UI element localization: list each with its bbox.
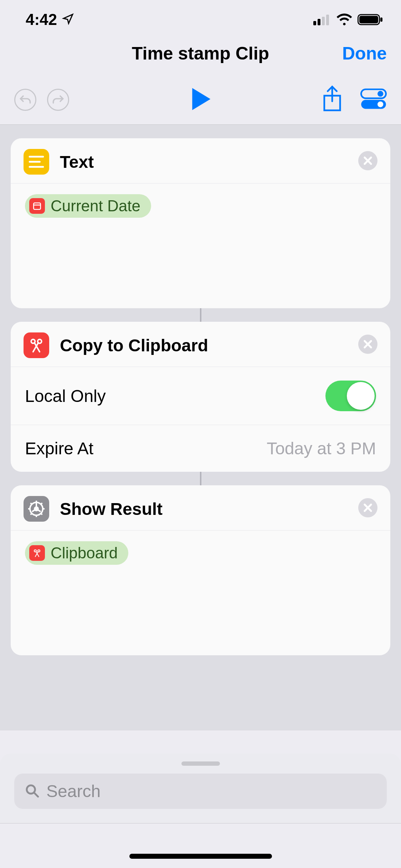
svg-line-30 bbox=[41, 513, 42, 515]
search-icon bbox=[25, 784, 39, 799]
svg-line-29 bbox=[31, 503, 32, 505]
svg-line-32 bbox=[41, 503, 42, 505]
delete-action-button[interactable] bbox=[358, 498, 377, 517]
row-label: Local Only bbox=[25, 386, 106, 406]
workflow-canvas: Text Current Date bbox=[0, 125, 401, 730]
svg-point-11 bbox=[377, 101, 383, 107]
svg-point-9 bbox=[377, 91, 383, 97]
delete-action-button[interactable] bbox=[358, 151, 377, 170]
action-library-sheet[interactable]: Search bbox=[0, 754, 401, 823]
toolbar bbox=[0, 75, 401, 125]
delete-action-button[interactable] bbox=[358, 335, 377, 354]
connector bbox=[200, 308, 201, 322]
action-title: Text bbox=[60, 152, 94, 172]
action-title: Show Result bbox=[60, 499, 163, 519]
svg-line-31 bbox=[31, 513, 32, 515]
cellular-icon bbox=[313, 14, 331, 25]
action-card-text[interactable]: Text Current Date bbox=[11, 138, 390, 308]
scissors-icon bbox=[24, 332, 49, 358]
local-only-switch[interactable] bbox=[325, 381, 376, 411]
action-header: Text bbox=[11, 138, 390, 184]
calendar-icon bbox=[29, 198, 45, 214]
action-title: Copy to Clipboard bbox=[60, 336, 208, 355]
token-label: Current Date bbox=[51, 197, 140, 215]
svg-rect-17 bbox=[34, 203, 41, 210]
token-label: Clipboard bbox=[51, 544, 118, 562]
gear-icon bbox=[24, 496, 49, 522]
row-value: Today at 3 PM bbox=[267, 439, 376, 458]
search-placeholder: Search bbox=[46, 781, 101, 801]
action-parameters: Local Only Expire At Today at 3 PM bbox=[11, 367, 390, 472]
svg-line-38 bbox=[34, 792, 38, 796]
svg-rect-5 bbox=[359, 16, 378, 24]
home-indicator[interactable] bbox=[129, 854, 272, 859]
action-card-show-result[interactable]: Show Result Clipboard bbox=[11, 485, 390, 655]
redo-button[interactable] bbox=[47, 89, 69, 111]
wifi-icon bbox=[336, 14, 353, 26]
row-local-only: Local Only bbox=[11, 367, 390, 425]
play-button[interactable] bbox=[191, 88, 211, 112]
scissors-icon bbox=[29, 545, 45, 561]
done-button[interactable]: Done bbox=[342, 43, 387, 64]
variable-token-current-date[interactable]: Current Date bbox=[25, 194, 151, 218]
connector bbox=[200, 472, 201, 485]
status-time: 4:42 bbox=[26, 11, 57, 29]
action-header: Show Result bbox=[11, 485, 390, 531]
row-expire-at[interactable]: Expire At Today at 3 PM bbox=[11, 425, 390, 472]
variable-token-clipboard[interactable]: Clipboard bbox=[25, 541, 128, 565]
action-body[interactable]: Clipboard bbox=[11, 531, 390, 655]
text-icon bbox=[24, 149, 49, 175]
svg-rect-6 bbox=[380, 17, 382, 22]
action-header: Copy to Clipboard bbox=[11, 322, 390, 367]
action-body[interactable]: Current Date bbox=[11, 184, 390, 308]
svg-rect-3 bbox=[326, 15, 329, 25]
status-bar: 4:42 bbox=[0, 0, 401, 32]
action-card-copy[interactable]: Copy to Clipboard Local Only Expire At T… bbox=[11, 322, 390, 472]
svg-rect-2 bbox=[322, 17, 325, 25]
page-title: Time stamp Clip bbox=[132, 43, 269, 64]
battery-icon bbox=[358, 14, 383, 26]
nav-header: Time stamp Clip Done bbox=[0, 32, 401, 75]
search-input[interactable]: Search bbox=[14, 774, 387, 809]
undo-button[interactable] bbox=[14, 89, 36, 111]
share-button[interactable] bbox=[322, 86, 343, 114]
sheet-grabber[interactable] bbox=[181, 761, 220, 766]
svg-rect-1 bbox=[318, 19, 320, 25]
svg-rect-0 bbox=[313, 21, 316, 25]
location-icon bbox=[62, 11, 74, 29]
settings-button[interactable] bbox=[360, 88, 387, 111]
row-label: Expire At bbox=[25, 439, 93, 458]
